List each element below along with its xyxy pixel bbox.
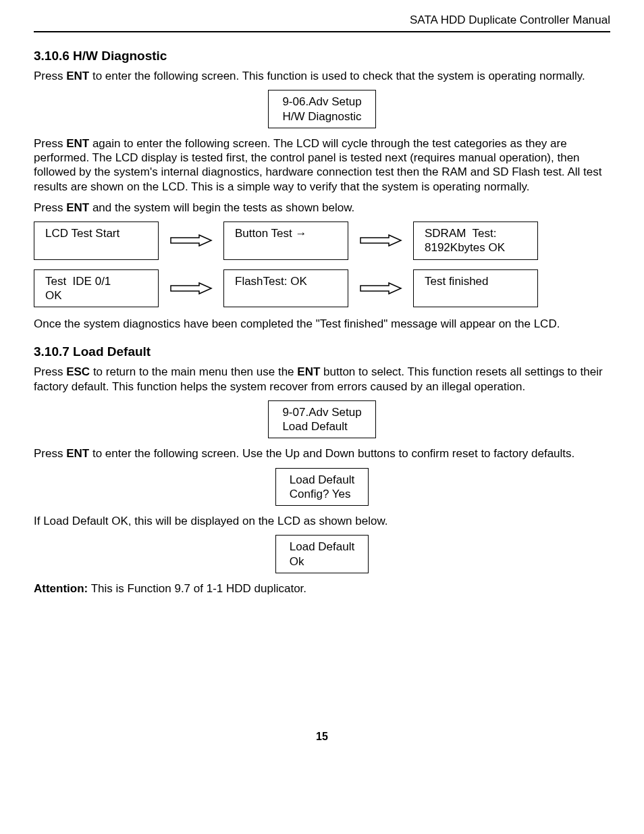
- lcd-screen: Load Default Ok: [275, 535, 369, 573]
- paragraph: Attention: This is Function 9.7 of 1-1 H…: [34, 581, 610, 596]
- lcd-line: FlashTest: OK: [235, 274, 341, 288]
- text: to return to the main menu then use the: [90, 365, 297, 378]
- lcd-line: Load Default: [290, 540, 354, 554]
- page-header: SATA HDD Duplicate Controller Manual: [34, 14, 610, 32]
- section-heading-hw-diagnostic: 3.10.6 H/W Diagnostic: [34, 49, 610, 63]
- lcd-screen: FlashTest: OK: [223, 269, 348, 308]
- lcd-screen: 9-06.Adv Setup H/W Diagnostic: [268, 90, 375, 128]
- text: Press: [34, 201, 66, 214]
- lcd-line: Test IDE 0/1: [45, 274, 151, 288]
- arrow-right-icon: [359, 234, 402, 247]
- lcd-line: 9-06.Adv Setup: [282, 95, 361, 109]
- key-ent: ENT: [66, 201, 89, 214]
- text: Press: [34, 70, 66, 82]
- lcd-screen: SDRAM Test: 8192Kbytes OK: [413, 221, 538, 260]
- lcd-line: Ok: [290, 554, 354, 569]
- key-ent: ENT: [66, 447, 89, 460]
- page-number: 15: [34, 731, 610, 743]
- text: Press: [34, 447, 66, 460]
- lcd-line: SDRAM Test:: [425, 226, 531, 240]
- lcd-screen: 9-07.Adv Setup Load Default: [268, 400, 375, 439]
- text: Press: [34, 365, 66, 378]
- key-esc: ESC: [66, 365, 90, 378]
- section-heading-load-default: 3.10.7 Load Default: [34, 344, 610, 359]
- text: to enter the following screen. Use the U…: [89, 447, 574, 460]
- key-ent: ENT: [66, 137, 89, 150]
- lcd-screen: LCD Test Start: [34, 221, 159, 260]
- lcd-line: OK: [45, 288, 151, 303]
- arrow-right-icon: [359, 282, 402, 295]
- lcd-line: LCD Test Start: [45, 226, 151, 240]
- lcd-screen: Button Test →: [223, 221, 348, 260]
- lcd-line: Button Test →: [235, 226, 341, 240]
- paragraph: Once the system diagnostics have been co…: [34, 317, 610, 331]
- lcd-line: 8192Kbytes OK: [425, 240, 531, 255]
- key-ent: ENT: [66, 70, 89, 82]
- paragraph: Press ENT again to enter the following s…: [34, 136, 610, 194]
- text: This is Function 9.7 of 1-1 HDD duplicat…: [88, 582, 306, 595]
- arrow-right-icon: [169, 282, 213, 295]
- paragraph: If Load Default OK, this will be display…: [34, 514, 610, 528]
- lcd-line: Load Default: [282, 419, 361, 434]
- lcd-screen: Load Default Config? Yes: [275, 468, 369, 506]
- lcd-line: Config? Yes: [290, 487, 354, 501]
- lcd-line: Test finished: [425, 274, 531, 288]
- text: again to enter the following screen. The…: [34, 137, 601, 193]
- lcd-line: H/W Diagnostic: [282, 109, 361, 124]
- lcd-screen: Test finished: [413, 269, 538, 308]
- lcd-screen: Test IDE 0/1 OK: [34, 269, 159, 308]
- arrow-right-icon: [169, 234, 213, 247]
- key-ent: ENT: [297, 365, 320, 378]
- paragraph: Press ENT and the system will begin the …: [34, 201, 610, 215]
- text: Press: [34, 137, 66, 150]
- attention-label: Attention:: [34, 582, 88, 595]
- lcd-line: 9-07.Adv Setup: [282, 405, 361, 419]
- lcd-line: Load Default: [290, 473, 354, 487]
- test-flow-diagram: LCD Test Start Button Test → SDRAM Test:…: [34, 221, 610, 307]
- text: to enter the following screen. This func…: [89, 70, 585, 82]
- paragraph: Press ENT to enter the following screen.…: [34, 69, 610, 83]
- paragraph: Press ESC to return to the main menu the…: [34, 365, 610, 394]
- text: and the system will begin the tests as s…: [89, 201, 354, 214]
- paragraph: Press ENT to enter the following screen.…: [34, 446, 610, 461]
